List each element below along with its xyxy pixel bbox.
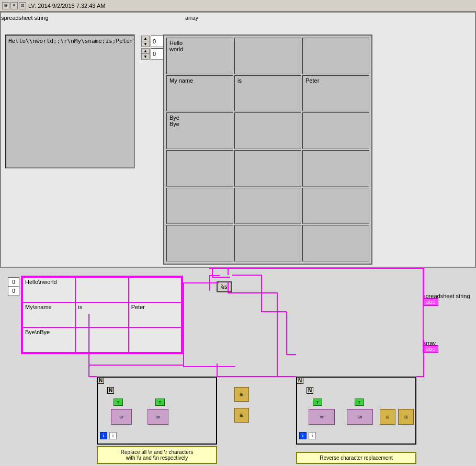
fn-img-1: ⊞ xyxy=(380,409,395,425)
array-cell-10 xyxy=(234,150,301,187)
bottom-panel: 0 0 Hello\nworld My\sname is Peter Bye\n… xyxy=(0,268,476,466)
search-replace-1: \\r xyxy=(111,409,132,425)
array-cell-1 xyxy=(234,38,301,74)
up-arrow-2[interactable]: ▲ xyxy=(142,49,149,54)
search-replace-2: \\n xyxy=(148,409,168,425)
top-panel: spreadsheet string Hello\\nworld;;\r\nMy… xyxy=(0,12,476,268)
for-loop-1: N N T T \\r \\n i i xyxy=(97,377,217,445)
n-label-inner-2: N xyxy=(307,387,313,394)
array-cell-15 xyxy=(166,225,233,262)
wire-top xyxy=(209,268,424,269)
diag-cell-0: Hello\nworld xyxy=(22,277,75,302)
i-block-1b: i xyxy=(109,432,117,439)
array-cell-17 xyxy=(302,225,369,262)
fn-t2: T xyxy=(155,399,165,406)
text-content: Hello\\nworld;;\r\nMy\sname;is;Peter\r\n… xyxy=(8,38,135,44)
array-cell-7 xyxy=(234,112,301,149)
array-cell-3: My name xyxy=(166,75,233,112)
idx-val-top: 0 xyxy=(8,278,19,287)
n-label-2: N xyxy=(297,377,303,384)
rev-block-2: \\n xyxy=(347,409,373,425)
anno-text-1: Replace all \n and \r characterswith \\r… xyxy=(121,449,193,461)
wire-ss-h2 xyxy=(183,366,235,367)
diag-cell-5: Peter xyxy=(129,302,182,327)
title-bar-icons: ⊞ ≡ ⊡ xyxy=(2,2,26,9)
icon3: ⊡ xyxy=(19,2,26,9)
array-cell-4: is xyxy=(234,75,301,112)
icon2: ≡ xyxy=(10,2,18,9)
anno-box-1: Replace all \n and \r characterswith \\r… xyxy=(97,446,217,464)
array-cell-14 xyxy=(302,188,369,224)
diag-cell-7 xyxy=(75,327,128,353)
fn-t4: T xyxy=(355,399,364,406)
wire-right-v1 xyxy=(423,268,424,299)
array-cell-16 xyxy=(234,225,301,262)
fn-t3: T xyxy=(313,399,322,406)
wire-diag-h1 xyxy=(210,275,219,276)
rev-block-1: \\r xyxy=(309,409,335,425)
text-display: Hello\\nworld;;\r\nMy\sname;is;Peter\r\n… xyxy=(5,35,135,168)
array-cell-9 xyxy=(166,150,233,187)
i-block-2b: i xyxy=(309,432,316,439)
abc-block-ss: abc xyxy=(423,298,438,306)
wire-ss-h xyxy=(183,282,219,283)
i-block-1a: i xyxy=(100,432,107,439)
idx-box-left: 0 0 xyxy=(8,277,19,296)
pcts-block: %s xyxy=(217,281,232,292)
i-block-2a: i xyxy=(299,432,307,439)
diag-cell-8 xyxy=(129,327,182,353)
array-cell-11 xyxy=(302,150,369,187)
array-cell-8 xyxy=(302,112,369,149)
diag-cell-6: Bye\nBye xyxy=(22,327,75,353)
array-cell-5: Peter xyxy=(302,75,369,112)
idx-val-bot: 0 xyxy=(8,287,19,295)
n-label-inner-1: N xyxy=(107,387,114,394)
array-cell-0: Helloworld xyxy=(166,38,233,74)
diag-cell-4: is xyxy=(75,302,128,327)
icon1: ⊞ xyxy=(2,2,9,9)
wire-right-v2 xyxy=(423,299,424,349)
array-cell-12 xyxy=(166,188,233,224)
up-arrow-1[interactable]: ▲ xyxy=(142,36,149,41)
title-bar: ⊞ ≡ ⊡ LV: 2014 9/2/2015 7:32:43 AM xyxy=(0,0,476,12)
down-arrow-1[interactable]: ▼ xyxy=(142,41,149,47)
abc-block-array: abc xyxy=(423,345,438,353)
for-loop-2: N N T T \\r \\n i i ⊞ ⊞ xyxy=(296,377,416,445)
fn-node-mid2: ⊞ xyxy=(234,408,249,423)
array-grid: Helloworld My name is Peter ByeBye xyxy=(163,35,372,265)
array-cell-6: ByeBye xyxy=(166,112,233,149)
wire-h1 xyxy=(89,365,184,366)
down-arrow-2[interactable]: ▼ xyxy=(142,54,149,59)
array-cell-2 xyxy=(302,38,369,74)
fn-t1: T xyxy=(114,399,123,406)
wire-ss-v xyxy=(183,282,184,367)
ss-label: spreadsheet string xyxy=(1,15,475,21)
title-text: LV: 2014 9/2/2015 7:32:43 AM xyxy=(28,3,105,9)
diag-cell-1 xyxy=(75,277,128,302)
fn-img-2: ⊞ xyxy=(398,409,414,425)
array-label: array xyxy=(185,15,198,21)
diag-table: Hello\nworld My\sname is Peter Bye\nBye xyxy=(21,276,183,354)
n-label-1: N xyxy=(97,377,104,384)
fn-node-mid1: ⊞ xyxy=(234,387,249,402)
diag-cell-3: My\sname xyxy=(22,302,75,327)
anno-text-2: Reverse character replacement xyxy=(320,455,393,461)
anno-box-2: Reverse character replacement xyxy=(296,452,416,464)
array-cell-13 xyxy=(234,188,301,224)
diag-cell-2 xyxy=(129,277,182,302)
